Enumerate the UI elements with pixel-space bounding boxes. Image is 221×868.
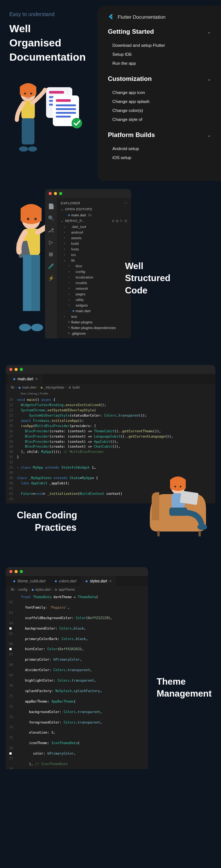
svg-rect-8 (56, 108, 76, 110)
tree-folder[interactable]: ›models (57, 280, 131, 286)
window-traffic-lights (6, 365, 215, 374)
tree-folder[interactable]: ›network (57, 286, 131, 291)
doc-item[interactable]: iOS setup (108, 153, 211, 162)
editor-tab[interactable]: ◆styles.dart× (81, 576, 116, 586)
tab-main-dart[interactable]: ◆ main.dart × (9, 374, 42, 384)
doc-section-header[interactable]: Platform Builds⌄ (108, 131, 211, 139)
open-editors-section[interactable]: ⌄OPEN EDITORS (57, 206, 131, 212)
code-line: 32 (6, 460, 215, 465)
doc-item[interactable]: Change color(s) (108, 106, 211, 115)
maximize-window-icon[interactable] (59, 192, 62, 195)
debug-icon[interactable]: ▷ (49, 239, 53, 245)
tree-file[interactable]: ≡flutter-plugins (57, 319, 131, 325)
doc-item[interactable]: Download and setup Flutter (108, 41, 211, 50)
code-line: 66 primaryColorDark: Colors.black, (6, 637, 148, 647)
code-line: 20void main() async { (6, 398, 215, 403)
doc-section: Customization⌄Change app iconChange app … (108, 75, 211, 124)
editor-tab[interactable]: ◆theme_cubit.dart (9, 576, 50, 586)
tree-folder[interactable]: ›android (57, 229, 131, 235)
window-traffic-lights (6, 567, 148, 576)
section-documentation: Easy to understand Well Organised Docume… (0, 0, 221, 182)
doc-section: Platform Builds⌄Android setupiOS setup (108, 131, 211, 162)
code-line: 26 BlocProvider(create: (context) => The… (6, 429, 215, 434)
tree-file[interactable]: ◆main.dart (57, 308, 131, 314)
code-line: 75 elevation: 0, (6, 730, 148, 741)
character-pointing-icon (9, 82, 47, 153)
tree-folder[interactable]: ›widgets (57, 302, 131, 308)
close-window-icon[interactable] (49, 192, 52, 195)
svg-point-31 (180, 486, 182, 488)
svg-point-14 (30, 93, 32, 95)
section-theme-management: ◆theme_cubit.dart◆colors.dart◆styles.dar… (0, 567, 221, 769)
flutter-logo-icon (108, 14, 114, 20)
close-window-icon[interactable] (9, 368, 12, 371)
code-line: 78 ), // IconThemeData (6, 762, 148, 769)
close-tab-icon[interactable]: × (109, 579, 112, 583)
section-clean-coding: ◆ main.dart × lib › ◆ main.dart › ◈ _MyA… (0, 365, 221, 552)
minimize-window-icon[interactable] (54, 192, 57, 195)
svg-rect-33 (180, 491, 199, 505)
minimize-window-icon[interactable] (15, 368, 18, 371)
chevron-down-icon: ⌄ (208, 77, 211, 81)
chevron-down-icon: ⌄ (208, 133, 211, 137)
maximize-window-icon[interactable] (20, 570, 23, 573)
search-icon[interactable]: 🔍 (48, 215, 54, 221)
doc-item[interactable]: Change style of (108, 115, 211, 124)
extensions-icon[interactable]: ⊞ (49, 251, 53, 257)
codelens[interactable]: Run | Debug | Profile (6, 391, 215, 396)
chevron-down-icon: ⌄ (208, 30, 211, 34)
svg-rect-7 (56, 104, 76, 106)
code-line: 67 hintColor: Color(0xffA3A3A3), (6, 647, 148, 657)
maximize-window-icon[interactable] (20, 368, 23, 371)
editor-tabs: ◆ main.dart × (6, 374, 215, 384)
code-line: 76 iconTheme: IconThemeData( (6, 741, 148, 751)
breadcrumb[interactable]: lib › config › ◆ styles.dart › ⊕ appThem… (6, 586, 148, 593)
source-control-icon[interactable]: ⎇ (48, 227, 54, 233)
close-tab-icon[interactable]: × (36, 377, 38, 381)
doc-section-header[interactable]: Customization⌄ (108, 75, 211, 83)
close-window-icon[interactable] (9, 570, 12, 573)
section-structured-code: 📄 🔍 ⎇ ▷ ⊞ 🧪 ⚡ EXPLORER ⋯ ⌄OPEN EDITORS ◆ (0, 182, 221, 365)
project-section[interactable]: ⌄SERVO_P... ⊕ ⊞ ↻ ⊟ (57, 218, 131, 224)
testing-icon[interactable]: 🧪 (48, 263, 54, 269)
code-content[interactable]: 62 final ThemeData darkTheme = ThemeData… (6, 593, 148, 769)
breadcrumb[interactable]: lib › ◆ main.dart › ◈ _MyAppState › ⊕ bu… (6, 384, 215, 391)
code-line: 30 ], child: MyApp())); // MultiBlocProv… (6, 450, 215, 455)
tree-folder[interactable]: ›localization (57, 274, 131, 280)
tree-folder[interactable]: ›assets (57, 235, 131, 241)
svg-point-11 (72, 118, 82, 128)
tree-file[interactable]: ≡.gitignore (57, 331, 131, 336)
doc-item[interactable]: Change app icon (108, 88, 211, 97)
doc-item[interactable]: Android setup (108, 144, 211, 153)
svg-point-20 (27, 218, 29, 220)
doc-item[interactable]: Change app splash (108, 97, 211, 106)
minimize-window-icon[interactable] (15, 570, 18, 573)
code-line: 62 final ThemeData darkTheme = ThemeData… (6, 595, 148, 605)
tree-folder[interactable]: ›fonts (57, 246, 131, 252)
tree-folder[interactable]: ›ios (57, 252, 131, 258)
tree-folder[interactable]: ⌄.dart_tool (57, 224, 131, 229)
doc-item[interactable]: Run the app (108, 59, 211, 68)
vscode-explorer: 📄 🔍 ⎇ ▷ ⊞ 🧪 ⚡ EXPLORER ⋯ ⌄OPEN EDITORS ◆ (45, 189, 131, 338)
tree-folder[interactable]: ›utility (57, 297, 131, 302)
svg-rect-26 (31, 255, 40, 311)
code-line: 25 runApp(MultiBlocProvider(providers: [ (6, 424, 215, 429)
tree-file[interactable]: ≡flutter-plugins-dependencies (57, 325, 131, 331)
structured-code-headline: Well Structured Code (125, 260, 170, 296)
tree-folder[interactable]: ›bloc (57, 263, 131, 269)
code-line: 65 backgroundColor: Colors.black, (6, 626, 148, 637)
files-icon[interactable]: 📄 (48, 203, 54, 209)
code-line: 29 BlocProvider(create: (context) => Cha… (6, 444, 215, 450)
tree-folder[interactable]: ›pages (57, 291, 131, 297)
open-editor-item[interactable]: ◆ main.dart lib (57, 212, 131, 218)
svg-rect-6 (56, 99, 71, 102)
tree-folder[interactable]: ›test (57, 314, 131, 319)
tree-folder[interactable]: ⌄lib (57, 258, 131, 263)
doc-item[interactable]: Setup IDE (108, 50, 211, 59)
flutter-icon[interactable]: ⚡ (48, 275, 54, 281)
doc-section-header[interactable]: Getting Started⌄ (108, 28, 211, 36)
tree-folder[interactable]: ›build (57, 241, 131, 246)
tree-folder[interactable]: ›config (57, 269, 131, 274)
more-icon[interactable]: ⋯ (124, 201, 127, 205)
editor-tab[interactable]: ◆colors.dart (50, 576, 81, 586)
